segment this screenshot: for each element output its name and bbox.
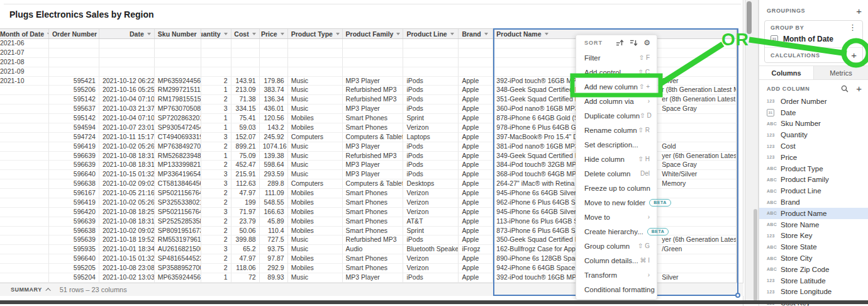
chevron-up-icon[interactable]	[45, 288, 50, 293]
column-header-product-family[interactable]: Product Family	[343, 29, 404, 38]
field-list-item[interactable]: ABC Store State	[759, 241, 868, 252]
field-list-item[interactable]: ABC Store Zip Code	[759, 264, 868, 275]
group-by-field[interactable]: 31 Month of Date	[765, 32, 862, 46]
menu-item[interactable]: Group column ⇧ G	[576, 239, 657, 253]
menu-shortcut: Del	[640, 170, 650, 177]
menu-item[interactable]: Hide column ⇧ H	[576, 152, 657, 166]
menu-item[interactable]: Add new column ⇧ +	[576, 79, 657, 94]
field-list-item[interactable]: ABC Product Type	[759, 163, 868, 174]
column-header-product-type[interactable]: Product Type	[288, 29, 343, 38]
column-header-brand[interactable]: Brand	[459, 29, 493, 38]
field-type-icon: ABC	[767, 267, 781, 271]
menu-item[interactable]: Set description...	[576, 137, 657, 152]
field-list-item[interactable]: 123 Cost	[759, 140, 868, 152]
column-header-date[interactable]: Date	[99, 29, 155, 38]
menu-item[interactable]: Freeze up to column	[576, 181, 657, 195]
menu-shortcut: ⇧ R	[638, 127, 650, 133]
group-by-card: GROUP BY ⋮ 31 Month of Date CALCULATIONS…	[764, 20, 863, 63]
field-list-item[interactable]: ABC Product Line	[759, 185, 868, 196]
menu-item[interactable]: Move to ›	[576, 210, 657, 224]
add-column-button[interactable]: +	[856, 84, 862, 93]
field-list-item[interactable]: 123 Store Key	[759, 230, 868, 242]
field-list-item[interactable]: 123 Price	[759, 152, 868, 163]
group-by-value: Month of Date	[783, 35, 833, 43]
menu-shortcut: ⌘ I	[640, 257, 650, 264]
page-title: Plugs Electronics Sales by Region	[9, 9, 154, 20]
column-header-sku-number[interactable]: Sku Number	[155, 29, 201, 38]
chevron-down-icon[interactable]	[484, 33, 488, 35]
sidebar-scrollbar-thumb[interactable]	[754, 209, 757, 301]
calendar-icon: 31	[771, 35, 778, 43]
column-header-price[interactable]: Price	[260, 29, 288, 38]
row-column-count: 51 rows – 23 columns	[60, 286, 127, 293]
field-list-item[interactable]: ABC Brand	[759, 196, 868, 208]
menu-item[interactable]: Filter ⇧ F	[576, 50, 657, 65]
field-list: 123 Order Number 31 Date ABC Sku Number …	[759, 96, 868, 306]
chevron-down-icon[interactable]	[224, 33, 228, 35]
menu-item[interactable]: Transform ›	[576, 268, 657, 282]
field-list-item[interactable]: ABC Product Name	[759, 208, 868, 219]
field-type-icon: 123	[767, 99, 781, 103]
gear-icon[interactable]: ⚙	[643, 38, 650, 47]
sort-descending-icon[interactable]	[630, 39, 638, 47]
field-list-item[interactable]: ABC Sku Number	[759, 118, 868, 130]
field-list-item[interactable]: ABC Store Name	[759, 219, 868, 230]
add-calculation-button[interactable]: +	[851, 50, 857, 60]
field-list-item[interactable]: 31 Date	[759, 107, 868, 118]
summary-label[interactable]: SUMMARY	[11, 286, 42, 293]
field-type-icon: ABC	[767, 256, 781, 261]
field-type-icon: ABC	[767, 122, 781, 126]
menu-item[interactable]: Column details... ⌘ I	[576, 253, 657, 268]
menu-item[interactable]: Create hierarchy... BETA	[576, 224, 657, 239]
chevron-down-icon[interactable]	[545, 33, 548, 35]
chevron-down-icon[interactable]	[252, 33, 256, 35]
field-type-icon: 123	[767, 144, 781, 149]
column-header-quantity[interactable]: Quantity	[201, 29, 231, 38]
field-list-item[interactable]: 123 Order Number	[759, 96, 868, 107]
menu-shortcut: ›	[648, 98, 650, 105]
menu-item[interactable]: Conditional formatting	[576, 282, 657, 297]
add-column-section: ADD COLUMN +	[767, 82, 862, 94]
menu-shortcut: ⇧ D	[640, 112, 651, 119]
column-header-order-number[interactable]: Order Number	[49, 29, 99, 38]
menu-item-list: Filter ⇧ F Add control ⇧ C Add new colum…	[576, 50, 657, 297]
field-type-icon: ABC	[767, 178, 781, 182]
menu-item[interactable]: Add column via ›	[576, 94, 657, 108]
chevron-down-icon[interactable]	[336, 33, 340, 35]
field-list-item[interactable]: 123 Store Longitude	[759, 286, 868, 298]
column-header-product-line[interactable]: Product Line	[403, 29, 459, 38]
tab-metrics[interactable]: Metrics	[814, 66, 868, 79]
scrollbar-track	[745, 0, 759, 301]
chevron-down-icon[interactable]	[396, 33, 400, 35]
element-panel: GROUPINGS + GROUP BY ⋮ 31 Month of Date …	[759, 0, 868, 306]
table-scrollbar-thumb[interactable]	[747, 1, 752, 34]
menu-item[interactable]: Move to new folder BETA	[576, 195, 657, 210]
sort-label: SORT	[584, 40, 616, 46]
menu-item[interactable]: Rename column ⇧ R	[576, 123, 657, 137]
add-grouping-button[interactable]: +	[856, 6, 862, 16]
column-header-cost[interactable]: Cost	[231, 29, 260, 38]
chevron-down-icon[interactable]	[147, 33, 151, 35]
kebab-menu-icon[interactable]: ⋮	[849, 23, 857, 32]
column-context-menu: SORT ⚙ Filter ⇧ F Add control ⇧ C	[576, 35, 657, 300]
menu-shortcut: ⇧ C	[638, 69, 650, 76]
field-type-icon: 123	[767, 278, 781, 283]
calculations-section: CALCULATIONS +	[765, 47, 862, 62]
field-type-icon: 123	[767, 155, 781, 159]
field-type-icon: 123	[767, 234, 781, 238]
menu-item[interactable]: Duplicate column ⇧ D	[576, 108, 657, 123]
field-list-item[interactable]: 123 Store Latitude	[759, 275, 868, 286]
menu-item[interactable]: Add control ⇧ C	[576, 65, 657, 79]
tab-columns[interactable]: Columns	[759, 66, 814, 79]
chevron-down-icon[interactable]	[450, 33, 454, 35]
field-list-item[interactable]: ABC Store City	[759, 252, 868, 264]
field-list-item[interactable]: 123 Quantity	[759, 129, 868, 140]
column-header-month-of-date[interactable]: Month of Date	[0, 29, 49, 38]
field-type-icon: ABC	[767, 211, 781, 215]
groupings-section: GROUPINGS +	[767, 5, 862, 16]
sort-ascending-icon[interactable]	[616, 39, 624, 47]
field-list-item[interactable]: ABC Product Family	[759, 174, 868, 186]
menu-item[interactable]: Delete column Del	[576, 166, 657, 181]
search-icon[interactable]	[841, 85, 849, 93]
chevron-down-icon[interactable]	[281, 33, 284, 35]
